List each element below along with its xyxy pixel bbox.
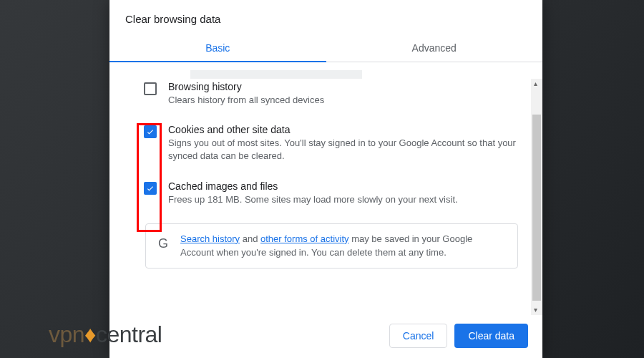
tab-basic[interactable]: Basic [109, 35, 326, 62]
scroll-down-icon[interactable]: ▾ [534, 307, 540, 313]
google-icon: G [156, 234, 170, 248]
pin-icon: ♦ [84, 321, 96, 348]
tabs: Basic Advanced [109, 35, 542, 62]
check-icon [146, 127, 155, 136]
option-desc: Frees up 181 MB. Some sites may load mor… [168, 193, 458, 206]
tab-underline [109, 61, 326, 63]
scroll-up-icon[interactable]: ▴ [534, 81, 540, 87]
option-desc: Clears history from all synced devices [168, 94, 324, 107]
option-cookies: Cookies and other site data Signs you ou… [144, 124, 519, 163]
check-icon [146, 184, 155, 193]
checkbox-cookies[interactable] [144, 125, 157, 138]
watermark-logo: vpn♦central [49, 321, 162, 348]
option-title: Cached images and files [168, 180, 458, 192]
option-title: Browsing history [168, 81, 324, 92]
clear-browsing-data-dialog: Clear browsing data Basic Advanced Brows… [109, 0, 542, 358]
dialog-footer: Cancel Clear data [109, 314, 542, 358]
scrollbar[interactable]: ▴ ▾ [531, 79, 542, 315]
search-history-link[interactable]: Search history [180, 233, 240, 244]
checkbox-cache[interactable] [144, 182, 157, 195]
google-account-notice: G Search history and other forms of acti… [145, 223, 518, 269]
options-content: Browsing history Clears history from all… [109, 62, 542, 314]
checkbox-browsing-history[interactable] [144, 82, 157, 95]
option-cache: Cached images and files Frees up 181 MB.… [144, 180, 519, 206]
other-activity-link[interactable]: other forms of activity [260, 233, 349, 244]
tab-advanced[interactable]: Advanced [326, 35, 543, 62]
notice-text: Search history and other forms of activi… [180, 233, 507, 260]
cancel-button[interactable]: Cancel [389, 324, 448, 348]
scroll-thumb[interactable] [532, 115, 541, 301]
option-desc: Signs you out of most sites. You'll stay… [168, 137, 519, 163]
option-browsing-history: Browsing history Clears history from all… [144, 81, 519, 107]
clear-data-button[interactable]: Clear data [454, 324, 528, 348]
option-title: Cookies and other site data [168, 124, 519, 135]
dialog-title: Clear browsing data [109, 0, 542, 35]
